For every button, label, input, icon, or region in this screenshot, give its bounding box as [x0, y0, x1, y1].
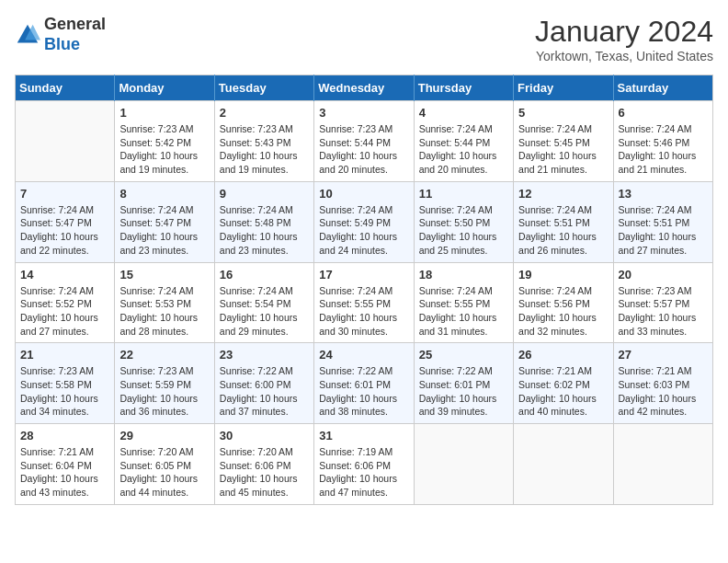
calendar-cell: 4Sunrise: 7:24 AMSunset: 5:44 PMDaylight…: [414, 101, 513, 182]
day-info: Sunrise: 7:24 AMSunset: 5:47 PMDaylight:…: [119, 203, 209, 258]
calendar-cell: 18Sunrise: 7:24 AMSunset: 5:55 PMDayligh…: [414, 262, 513, 343]
day-info: Sunrise: 7:19 AMSunset: 6:06 PMDaylight:…: [319, 445, 408, 500]
day-number: 31: [319, 429, 408, 442]
day-number: 15: [119, 268, 209, 282]
calendar-cell: 30Sunrise: 7:20 AMSunset: 6:06 PMDayligh…: [214, 424, 313, 505]
day-info: Sunrise: 7:21 AMSunset: 6:03 PMDaylight:…: [619, 364, 708, 419]
day-number: 28: [20, 429, 109, 442]
calendar-cell: 8Sunrise: 7:24 AMSunset: 5:47 PMDaylight…: [115, 181, 214, 262]
weekday-header-row: SundayMondayTuesdayWednesdayThursdayFrid…: [16, 75, 713, 101]
day-number: 11: [419, 187, 508, 201]
calendar-cell: 7Sunrise: 7:24 AMSunset: 5:47 PMDaylight…: [16, 181, 115, 262]
day-number: 1: [119, 106, 209, 120]
day-info: Sunrise: 7:22 AMSunset: 6:01 PMDaylight:…: [419, 364, 508, 419]
month-title: January 2024: [535, 15, 713, 49]
weekday-header-monday: Monday: [115, 75, 214, 101]
day-info: Sunrise: 7:24 AMSunset: 5:44 PMDaylight:…: [419, 122, 508, 177]
day-info: Sunrise: 7:23 AMSunset: 5:42 PMDaylight:…: [119, 122, 209, 177]
day-number: 18: [419, 268, 508, 282]
day-number: 10: [319, 187, 408, 201]
day-number: 3: [319, 106, 408, 120]
day-number: 17: [319, 268, 408, 282]
calendar-cell: 20Sunrise: 7:23 AMSunset: 5:57 PMDayligh…: [613, 262, 712, 343]
calendar-cell: 2Sunrise: 7:23 AMSunset: 5:43 PMDaylight…: [214, 101, 313, 182]
day-number: 16: [220, 268, 309, 282]
day-number: 12: [518, 187, 608, 201]
day-info: Sunrise: 7:24 AMSunset: 5:55 PMDaylight:…: [319, 284, 408, 339]
day-number: 2: [220, 106, 309, 120]
calendar-cell: 27Sunrise: 7:21 AMSunset: 6:03 PMDayligh…: [613, 343, 712, 424]
day-info: Sunrise: 7:23 AMSunset: 5:57 PMDaylight:…: [619, 284, 708, 339]
logo-general: General: [44, 15, 106, 33]
day-info: Sunrise: 7:24 AMSunset: 5:51 PMDaylight:…: [619, 203, 708, 258]
weekday-header-wednesday: Wednesday: [314, 75, 414, 101]
day-number: 9: [220, 187, 309, 201]
day-number: 13: [619, 187, 708, 201]
calendar-cell: 16Sunrise: 7:24 AMSunset: 5:54 PMDayligh…: [214, 262, 313, 343]
day-number: 23: [220, 348, 309, 362]
calendar-cell: [613, 424, 712, 505]
calendar-week-row: 1Sunrise: 7:23 AMSunset: 5:42 PMDaylight…: [16, 101, 713, 182]
logo: General Blue: [15, 15, 106, 54]
calendar-cell: 28Sunrise: 7:21 AMSunset: 6:04 PMDayligh…: [16, 424, 115, 505]
calendar-cell: 23Sunrise: 7:22 AMSunset: 6:00 PMDayligh…: [214, 343, 313, 424]
day-number: 14: [20, 268, 109, 282]
weekday-header-sunday: Sunday: [16, 75, 115, 101]
day-number: 22: [119, 348, 209, 362]
calendar-week-row: 28Sunrise: 7:21 AMSunset: 6:04 PMDayligh…: [16, 424, 713, 505]
calendar-week-row: 14Sunrise: 7:24 AMSunset: 5:52 PMDayligh…: [16, 262, 713, 343]
calendar-cell: [16, 101, 115, 182]
day-number: 4: [419, 106, 508, 120]
logo-blue: Blue: [44, 35, 80, 53]
weekday-header-saturday: Saturday: [613, 75, 712, 101]
calendar-cell: 29Sunrise: 7:20 AMSunset: 6:05 PMDayligh…: [115, 424, 214, 505]
title-block: January 2024 Yorktown, Texas, United Sta…: [535, 15, 713, 63]
day-info: Sunrise: 7:23 AMSunset: 5:44 PMDaylight:…: [319, 122, 408, 177]
calendar-week-row: 21Sunrise: 7:23 AMSunset: 5:58 PMDayligh…: [16, 343, 713, 424]
calendar-cell: 13Sunrise: 7:24 AMSunset: 5:51 PMDayligh…: [613, 181, 712, 262]
calendar-header: SundayMondayTuesdayWednesdayThursdayFrid…: [16, 75, 713, 101]
day-info: Sunrise: 7:20 AMSunset: 6:05 PMDaylight:…: [119, 445, 209, 500]
day-info: Sunrise: 7:23 AMSunset: 5:58 PMDaylight:…: [20, 364, 109, 419]
calendar-table: SundayMondayTuesdayWednesdayThursdayFrid…: [15, 75, 713, 505]
day-number: 30: [220, 429, 309, 442]
day-number: 24: [319, 348, 408, 362]
day-info: Sunrise: 7:24 AMSunset: 5:54 PMDaylight:…: [220, 284, 309, 339]
calendar-body: 1Sunrise: 7:23 AMSunset: 5:42 PMDaylight…: [16, 101, 713, 505]
day-number: 26: [518, 348, 608, 362]
calendar-cell: 12Sunrise: 7:24 AMSunset: 5:51 PMDayligh…: [514, 181, 613, 262]
calendar-cell: 21Sunrise: 7:23 AMSunset: 5:58 PMDayligh…: [16, 343, 115, 424]
calendar-cell: 9Sunrise: 7:24 AMSunset: 5:48 PMDaylight…: [214, 181, 313, 262]
calendar-cell: 14Sunrise: 7:24 AMSunset: 5:52 PMDayligh…: [16, 262, 115, 343]
calendar-cell: 31Sunrise: 7:19 AMSunset: 6:06 PMDayligh…: [314, 424, 414, 505]
day-info: Sunrise: 7:24 AMSunset: 5:55 PMDaylight:…: [419, 284, 508, 339]
day-info: Sunrise: 7:24 AMSunset: 5:49 PMDaylight:…: [319, 203, 408, 258]
calendar-cell: 24Sunrise: 7:22 AMSunset: 6:01 PMDayligh…: [314, 343, 414, 424]
calendar-cell: 25Sunrise: 7:22 AMSunset: 6:01 PMDayligh…: [414, 343, 513, 424]
calendar-cell: 11Sunrise: 7:24 AMSunset: 5:50 PMDayligh…: [414, 181, 513, 262]
day-info: Sunrise: 7:24 AMSunset: 5:47 PMDaylight:…: [20, 203, 109, 258]
day-info: Sunrise: 7:23 AMSunset: 5:43 PMDaylight:…: [220, 122, 309, 177]
day-number: 27: [619, 348, 708, 362]
calendar-cell: 5Sunrise: 7:24 AMSunset: 5:45 PMDaylight…: [514, 101, 613, 182]
page-header: General Blue January 2024 Yorktown, Texa…: [15, 15, 713, 63]
calendar-cell: 3Sunrise: 7:23 AMSunset: 5:44 PMDaylight…: [314, 101, 414, 182]
day-number: 21: [20, 348, 109, 362]
day-info: Sunrise: 7:24 AMSunset: 5:48 PMDaylight:…: [220, 203, 309, 258]
day-info: Sunrise: 7:22 AMSunset: 6:01 PMDaylight:…: [319, 364, 408, 419]
calendar-cell: [514, 424, 613, 505]
day-info: Sunrise: 7:24 AMSunset: 5:46 PMDaylight:…: [619, 122, 708, 177]
weekday-header-tuesday: Tuesday: [214, 75, 313, 101]
weekday-header-friday: Friday: [514, 75, 613, 101]
day-number: 29: [119, 429, 209, 442]
day-info: Sunrise: 7:21 AMSunset: 6:02 PMDaylight:…: [518, 364, 608, 419]
day-info: Sunrise: 7:21 AMSunset: 6:04 PMDaylight:…: [20, 445, 109, 500]
day-number: 5: [518, 106, 608, 120]
day-info: Sunrise: 7:24 AMSunset: 5:51 PMDaylight:…: [518, 203, 608, 258]
calendar-cell: 10Sunrise: 7:24 AMSunset: 5:49 PMDayligh…: [314, 181, 414, 262]
calendar-cell: 22Sunrise: 7:23 AMSunset: 5:59 PMDayligh…: [115, 343, 214, 424]
day-info: Sunrise: 7:22 AMSunset: 6:00 PMDaylight:…: [220, 364, 309, 419]
day-info: Sunrise: 7:24 AMSunset: 5:56 PMDaylight:…: [518, 284, 608, 339]
location: Yorktown, Texas, United States: [535, 49, 713, 63]
day-info: Sunrise: 7:24 AMSunset: 5:50 PMDaylight:…: [419, 203, 508, 258]
